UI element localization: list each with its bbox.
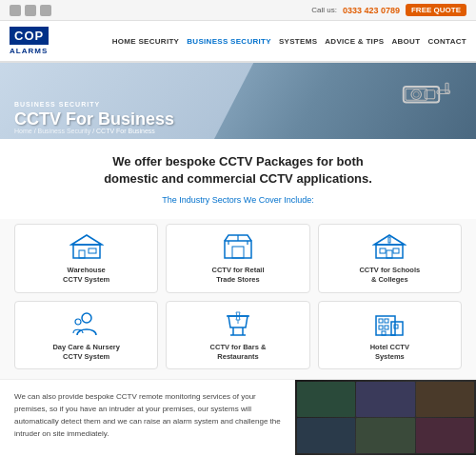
warehouse-icon bbox=[69, 232, 104, 261]
phone-number: 0333 423 0789 bbox=[343, 6, 400, 15]
svg-rect-12 bbox=[89, 248, 96, 253]
hero-label: BUSINESS SECURITY bbox=[14, 101, 174, 108]
svg-rect-4 bbox=[425, 90, 435, 99]
svg-point-3 bbox=[413, 91, 419, 97]
monitor-4 bbox=[297, 418, 355, 453]
logo[interactable]: COP ALARMS bbox=[10, 27, 49, 55]
intro-subtitle: The Industry Sectors We Cover Include: bbox=[29, 195, 447, 205]
logo-cop-text: COP bbox=[10, 27, 49, 45]
school-icon bbox=[372, 232, 407, 261]
bottom-text: We can also provide bespoke CCTV remote … bbox=[0, 379, 295, 455]
sector-daycare-label: Day Care & NurseryCCTV System bbox=[20, 343, 152, 362]
cctv-monitors-image bbox=[295, 379, 476, 455]
svg-rect-1 bbox=[406, 89, 427, 100]
svg-rect-21 bbox=[380, 248, 386, 253]
svg-marker-9 bbox=[71, 235, 102, 245]
sector-hotel[interactable]: Hotel CCTVSystems bbox=[318, 301, 462, 370]
sector-warehouse-label: WarehouseCCTV System bbox=[20, 266, 152, 285]
sector-daycare[interactable]: Day Care & NurseryCCTV System bbox=[14, 301, 158, 370]
retail-icon bbox=[221, 232, 255, 261]
social-links[interactable] bbox=[10, 5, 51, 16]
svg-rect-33 bbox=[379, 319, 383, 323]
sector-schools[interactable]: CCTV for Schools& Colleges bbox=[318, 224, 462, 293]
sector-retail-label: CCTV for RetailTrade Stores bbox=[171, 266, 304, 285]
bar-icon bbox=[221, 309, 255, 338]
site-header: COP ALARMS HOME SECURITY BUSINESS SECURI… bbox=[0, 21, 476, 63]
monitor-3 bbox=[416, 382, 474, 417]
sector-bars-label: CCTV for Bars &Restaurants bbox=[171, 343, 304, 362]
svg-rect-35 bbox=[379, 326, 383, 329]
daycare-icon bbox=[69, 309, 104, 338]
nav-systems[interactable]: SYSTEMS bbox=[279, 37, 317, 46]
svg-point-7 bbox=[433, 89, 435, 90]
svg-rect-23 bbox=[388, 237, 390, 243]
contact-bar: Call us: 0333 423 0789 FREE QUOTE bbox=[311, 4, 466, 16]
monitor-1 bbox=[297, 382, 355, 417]
svg-point-2 bbox=[411, 89, 422, 100]
svg-rect-11 bbox=[79, 250, 85, 258]
sector-retail[interactable]: CCTV for RetailTrade Stores bbox=[166, 224, 309, 293]
svg-rect-34 bbox=[385, 319, 388, 323]
intro-title: We offer bespoke CCTV Packages for bothd… bbox=[29, 153, 447, 188]
bottom-section: We can also provide bespoke CCTV remote … bbox=[0, 379, 476, 455]
sector-hotel-label: Hotel CCTVSystems bbox=[324, 343, 456, 362]
nav-advice-tips[interactable]: ADVICE & TIPS bbox=[325, 37, 384, 46]
call-label: Call us: bbox=[311, 6, 337, 14]
svg-point-25 bbox=[75, 319, 81, 325]
main-nav: HOME SECURITY BUSINESS SECURITY SYSTEMS … bbox=[112, 37, 466, 46]
twitter-icon[interactable] bbox=[25, 5, 36, 16]
nav-about[interactable]: ABOUT bbox=[391, 37, 420, 46]
svg-point-8 bbox=[433, 99, 435, 101]
hero-title: CCTV For Business bbox=[14, 110, 174, 129]
svg-rect-36 bbox=[385, 326, 388, 329]
sector-bars[interactable]: CCTV for Bars &Restaurants bbox=[166, 301, 309, 370]
monitor-2 bbox=[356, 382, 414, 417]
sector-schools-label: CCTV for Schools& Colleges bbox=[324, 266, 456, 285]
nav-home-security[interactable]: HOME SECURITY bbox=[112, 37, 180, 46]
svg-rect-22 bbox=[393, 248, 399, 253]
monitor-5 bbox=[356, 418, 414, 453]
sector-warehouse[interactable]: WarehouseCCTV System bbox=[14, 224, 158, 293]
intro-section: We offer bespoke CCTV Packages for bothd… bbox=[0, 139, 476, 219]
facebook-icon[interactable] bbox=[10, 5, 21, 16]
svg-rect-14 bbox=[232, 247, 244, 258]
hero-text-block: BUSINESS SECURITY CCTV For Business bbox=[14, 101, 174, 129]
nav-contact[interactable]: CONTACT bbox=[427, 37, 466, 46]
svg-point-24 bbox=[82, 313, 91, 323]
top-bar: Call us: 0333 423 0789 FREE QUOTE bbox=[0, 0, 476, 21]
googleplus-icon[interactable] bbox=[40, 5, 51, 16]
hotel-icon bbox=[372, 309, 407, 338]
svg-rect-6 bbox=[446, 83, 448, 93]
camera-icon bbox=[400, 68, 457, 120]
monitor-6 bbox=[416, 418, 474, 453]
sectors-grid: WarehouseCCTV System CCTV for RetailTrad… bbox=[0, 219, 476, 379]
free-quote-button[interactable]: FREE QUOTE bbox=[406, 4, 466, 16]
nav-business-security[interactable]: BUSINESS SECURITY bbox=[187, 37, 271, 46]
logo-alarms-text: ALARMS bbox=[10, 47, 49, 55]
svg-rect-20 bbox=[387, 250, 392, 258]
hero-section: BUSINESS SECURITY CCTV For Business Home… bbox=[0, 63, 476, 139]
